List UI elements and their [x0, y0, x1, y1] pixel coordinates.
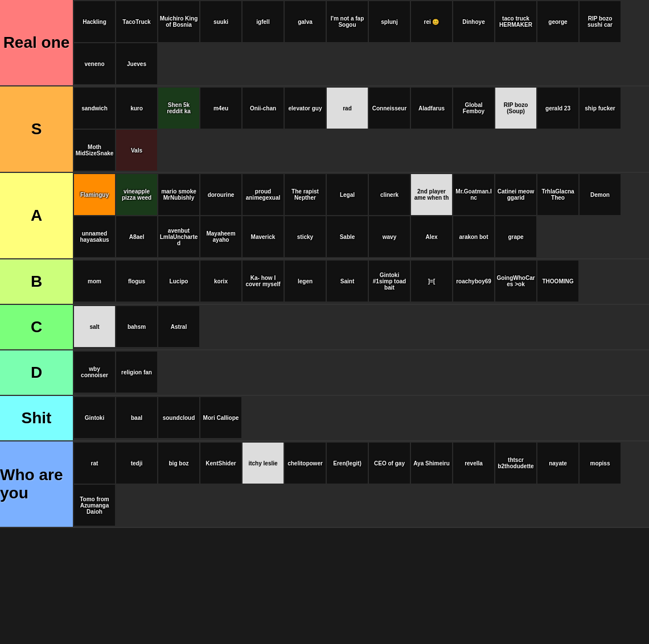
tier-card[interactable]: Sable [327, 216, 368, 257]
tier-card[interactable]: Saint [327, 261, 368, 302]
tier-card[interactable]: Catinei meow ggarid [495, 174, 536, 215]
tier-card[interactable]: thtscr b2thodudette [495, 443, 536, 484]
tier-card[interactable]: The rapist Nepther [285, 174, 326, 215]
tier-card[interactable]: Hackling [74, 1, 115, 42]
tier-card[interactable]: TrhlaGlacna Theo [537, 174, 578, 215]
tier-card[interactable]: Onii-chan [243, 88, 284, 129]
tier-card[interactable]: Aya Shimeiru [411, 443, 452, 484]
tier-card[interactable]: Dinhoye [453, 1, 494, 42]
tier-card[interactable]: Alex [411, 216, 452, 257]
tier-card[interactable]: mom [74, 261, 115, 302]
tier-card[interactable]: rad [327, 88, 368, 129]
tier-card[interactable]: clinerk [369, 174, 410, 215]
tier-card[interactable]: m4eu [200, 88, 241, 129]
tier-card[interactable]: elevator guy [285, 88, 326, 129]
tier-card[interactable]: Ka- how I cover myself [243, 261, 284, 302]
tier-card[interactable]: taco truck HERMAKER [495, 1, 536, 42]
tier-card[interactable]: Conneisseur [369, 88, 410, 129]
tier-card[interactable]: splunj [369, 1, 410, 42]
tier-card[interactable]: Shen 5k reddit ka [158, 88, 199, 129]
card-label: soundcloud [162, 414, 196, 422]
tier-card[interactable]: baal [116, 397, 157, 438]
tier-card[interactable]: mopiss [580, 443, 621, 484]
tier-card[interactable]: vineapple pizza weed [116, 174, 157, 215]
tier-card[interactable]: nayate [537, 443, 578, 484]
tier-card[interactable]: korix [200, 261, 241, 302]
tier-card[interactable]: Flaminguy [74, 174, 115, 215]
tier-card[interactable]: GoingWhoCares >ok [495, 261, 536, 302]
tier-card[interactable]: A8ael [116, 216, 157, 257]
tier-card[interactable]: RIP bozo (Soup) [495, 88, 536, 129]
tier-content-c: saltbahsmAstral [73, 305, 649, 349]
card-label: nayate [548, 459, 568, 468]
card-label: rat [90, 459, 100, 468]
tier-card[interactable]: veneno [74, 43, 115, 84]
tier-card[interactable]: Gintoki [74, 397, 115, 438]
tier-row-s: SsandwichkuroShen 5k reddit kam4euOnii-c… [0, 86, 649, 173]
tier-card[interactable]: roachyboy69 [453, 261, 494, 302]
tier-card[interactable]: arakon bot [453, 216, 494, 257]
card-label: unnamed hayasakus [74, 229, 115, 244]
tier-card[interactable]: RIP bozo sushi car [580, 1, 621, 42]
card-label: Aladfarus [417, 104, 446, 113]
tier-card[interactable]: Gintoki #1simp toad bait [369, 261, 410, 302]
tier-card[interactable]: flogus [116, 261, 157, 302]
tier-card[interactable]: Vals [116, 130, 157, 171]
tier-card[interactable]: wby connoiser [74, 352, 115, 393]
tier-card[interactable]: Demon [580, 174, 621, 215]
tier-row-who: Who are yourattedjibig bozKentShideritch… [0, 441, 649, 528]
tier-card[interactable]: 2nd player ame when th [411, 174, 452, 215]
tier-card[interactable]: grape [495, 216, 536, 257]
tier-card[interactable]: ship fucker [580, 88, 621, 129]
tier-card[interactable]: KentShider [200, 443, 241, 484]
tier-card[interactable]: dorourine [200, 174, 241, 215]
tier-card[interactable]: Mayaheem ayaho [200, 216, 241, 257]
tier-card[interactable]: gerald 23 [537, 88, 578, 129]
tier-card[interactable]: big boz [158, 443, 199, 484]
tier-card[interactable]: Maverick [243, 216, 284, 257]
tier-card[interactable]: Eren(legit) [327, 443, 368, 484]
tier-card[interactable]: religion fan [116, 352, 157, 393]
tier-card[interactable]: itchy leslie [243, 443, 284, 484]
tier-card[interactable]: Legal [327, 174, 368, 215]
card-label: flogus [127, 277, 146, 286]
tier-card[interactable]: revella [453, 443, 494, 484]
tier-card[interactable]: Aladfarus [411, 88, 452, 129]
tier-card[interactable]: sticky [285, 216, 326, 257]
tier-card[interactable]: Mori Calliope [200, 397, 241, 438]
tier-card[interactable]: soundcloud [158, 397, 199, 438]
tier-card[interactable]: igfell [243, 1, 284, 42]
tier-card[interactable]: rei 😊 [411, 1, 452, 42]
tier-card[interactable]: Mr.Goatman.Inc [453, 174, 494, 215]
tier-card[interactable]: chelitopower [285, 443, 326, 484]
tier-card[interactable]: mario smoke MrNubishly [158, 174, 199, 215]
tier-card[interactable]: Tomo from Azumanga Daioh [74, 485, 115, 526]
tier-card[interactable]: THOOMING [537, 261, 578, 302]
tier-card[interactable]: rat [74, 443, 115, 484]
tier-card[interactable]: suuki [200, 1, 241, 42]
tier-card[interactable]: unnamed hayasakus [74, 216, 115, 257]
tier-card[interactable]: proud animegexual [243, 174, 284, 215]
tier-card[interactable]: Lucipo [158, 261, 199, 302]
card-label: suuki [212, 18, 229, 26]
tier-card[interactable]: Global Femboy [453, 88, 494, 129]
tier-card[interactable]: ]=[ [411, 261, 452, 302]
tier-card[interactable]: avenbut LmlaUncharted [158, 216, 199, 257]
tier-card[interactable]: salt [74, 306, 115, 347]
tier-card[interactable]: kuro [116, 88, 157, 129]
tier-card[interactable]: legen [285, 261, 326, 302]
tier-card[interactable]: bahsm [116, 306, 157, 347]
tier-card[interactable]: tedji [116, 443, 157, 484]
tier-card[interactable]: CEO of gay [369, 443, 410, 484]
card-label: Conneisseur [371, 104, 408, 113]
tier-card[interactable]: george [537, 1, 578, 42]
tier-card[interactable]: galva [285, 1, 326, 42]
tier-card[interactable]: Muichiro King of Bosnia [158, 1, 199, 42]
tier-card[interactable]: I'm not a fap Sogou [327, 1, 368, 42]
tier-card[interactable]: Moth MidSizeSnake [74, 130, 115, 171]
tier-card[interactable]: sandwich [74, 88, 115, 129]
tier-card[interactable]: wavy [369, 216, 410, 257]
tier-card[interactable]: Astral [158, 306, 199, 347]
tier-card[interactable]: TacoTruck [116, 1, 157, 42]
tier-card[interactable]: Jueves [116, 43, 157, 84]
